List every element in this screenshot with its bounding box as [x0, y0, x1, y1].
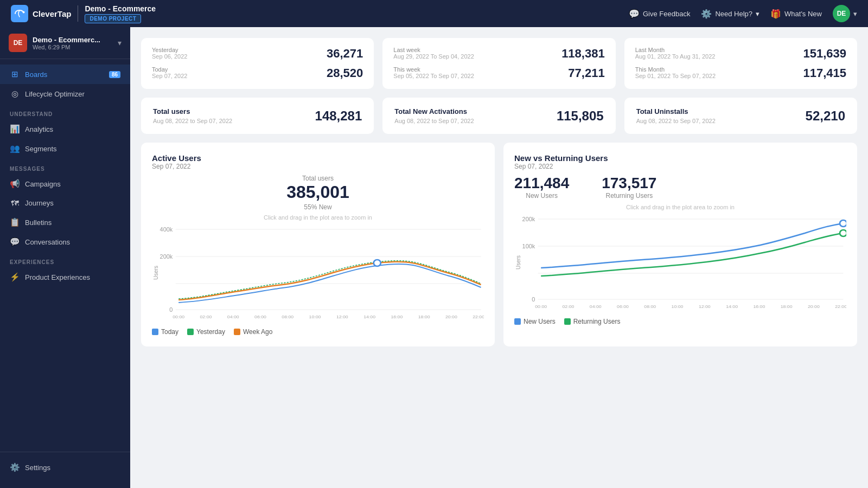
logo-text: CleverTap	[33, 9, 71, 18]
yesterday-legend-label: Yesterday	[196, 328, 225, 336]
svg-text:12:00: 12:00	[699, 304, 711, 309]
legend-today: Today	[152, 328, 178, 336]
month-period1-date: Aug 01, 2022 To Aug 31, 2022	[635, 53, 716, 60]
svg-text:22:00: 22:00	[835, 304, 846, 309]
legend-yesterday: Yesterday	[187, 328, 225, 336]
sidebar-item-boards[interactable]: ⊞ Boards 86	[0, 65, 130, 84]
svg-text:20:00: 20:00	[808, 304, 820, 309]
svg-text:10:00: 10:00	[309, 314, 321, 319]
active-users-header: Active Users Sep 07, 2022	[152, 153, 201, 175]
boards-icon: ⊞	[10, 69, 20, 79]
workspace-info: Demo - Ecommerc... Wed, 6:29 PM	[33, 36, 112, 50]
workspace-header[interactable]: DE Demo - Ecommerc... Wed, 6:29 PM ▾	[0, 27, 130, 59]
project-title: Demo - Ecommerce	[85, 4, 156, 13]
svg-text:00:00: 00:00	[535, 304, 547, 309]
new-users-legend-dot	[514, 318, 521, 325]
product-experiences-label: Product Experiences	[25, 273, 90, 281]
period1-value: 36,271	[327, 47, 363, 61]
user-chevron-icon: ▾	[853, 10, 857, 18]
summary-title-activations: Total New Activations	[394, 107, 474, 115]
sidebar-item-conversations[interactable]: 💬 Conversations	[0, 232, 130, 252]
workspace-avatar: DE	[9, 34, 27, 52]
stat-card-weekly: Last week Aug 29, 2022 To Sep 04, 2022 1…	[382, 38, 615, 89]
sidebar-footer: ⚙️ Settings	[0, 452, 130, 483]
give-feedback-button[interactable]: 💬 Give Feedback	[629, 9, 690, 19]
stat-card-monthly: Last Month Aug 01, 2022 To Aug 31, 2022 …	[624, 38, 857, 89]
new-users-label: New Users	[514, 192, 569, 200]
svg-text:100k: 100k	[522, 243, 535, 249]
svg-text:04:00: 04:00	[227, 314, 239, 319]
nvr-date: Sep 07, 2022	[514, 163, 608, 170]
svg-text:Users: Users	[153, 266, 159, 280]
bulletins-icon: 📋	[10, 217, 20, 227]
week-period1-value: 118,381	[561, 47, 605, 61]
stat-card-daily-top: Yesterday Sep 06, 2022 36,271	[152, 47, 363, 61]
logo-area[interactable]: CleverTap	[11, 5, 71, 22]
summary-left-total-users: Total users Aug 08, 2022 to Sep 07, 2022	[153, 107, 232, 124]
month-period2-date: Sep 01, 2022 To Sep 07, 2022	[635, 73, 716, 79]
yesterday-legend-dot	[187, 329, 194, 335]
svg-text:0: 0	[169, 307, 173, 313]
svg-point-30	[840, 220, 846, 227]
messages-section-label: MESSAGES	[0, 158, 130, 174]
lifecycle-label: Lifecycle Optimizer	[25, 90, 85, 98]
gift-icon: 🎁	[770, 9, 781, 19]
user-menu[interactable]: DE ▾	[833, 5, 857, 22]
nvr-chart-area[interactable]: 200k 100k 0 Users 00:00 02:00	[514, 214, 846, 311]
svg-text:06:00: 06:00	[254, 314, 266, 319]
sidebar-item-product-experiences[interactable]: ⚡ Product Experiences	[0, 267, 130, 287]
active-users-meta: Total users 385,001 55% New	[152, 175, 484, 211]
workspace-chevron-icon: ▾	[118, 38, 122, 47]
returning-users-value: 173,517	[602, 175, 656, 192]
sidebar-item-lifecycle[interactable]: ◎ Lifecycle Optimizer	[0, 84, 130, 104]
sidebar-item-analytics[interactable]: 📊 Analytics	[0, 119, 130, 139]
month-period2-area: This Month Sep 01, 2022 To Sep 07, 2022	[635, 66, 716, 79]
period1-area: Yesterday Sep 06, 2022	[152, 47, 187, 60]
svg-text:200k: 200k	[160, 254, 173, 260]
week-period2-date: Sep 05, 2022 To Sep 07, 2022	[393, 73, 474, 79]
whats-new-label: What's New	[784, 10, 822, 18]
user-initials: DE	[837, 10, 846, 17]
analytics-label: Analytics	[25, 125, 53, 133]
month-period1-label: Last Month	[635, 47, 716, 53]
project-title-area: Demo - Ecommerce DEMO PROJECT	[85, 4, 156, 23]
total-users-value: 385,001	[152, 182, 484, 202]
summary-left-uninstalls: Total Uninstalls Aug 08, 2022 to Sep 07,…	[636, 107, 716, 124]
chevron-down-icon: ▾	[756, 10, 760, 18]
workspace-name: Demo - Ecommerc...	[33, 36, 112, 44]
active-users-date: Sep 07, 2022	[152, 163, 201, 170]
give-feedback-label: Give Feedback	[643, 10, 690, 18]
stat-card-weekly-bottom: This week Sep 05, 2022 To Sep 07, 2022 7…	[393, 66, 604, 80]
svg-text:Users: Users	[515, 255, 521, 269]
summary-date-total-users: Aug 08, 2022 to Sep 07, 2022	[153, 118, 232, 124]
new-users-legend-label: New Users	[524, 318, 556, 325]
whats-new-button[interactable]: 🎁 What's New	[770, 9, 822, 19]
svg-text:02:00: 02:00	[200, 314, 212, 319]
period2-label: Today	[152, 66, 187, 73]
sidebar-item-journeys[interactable]: 🗺 Journeys	[0, 194, 130, 213]
today-legend-dot	[152, 329, 158, 335]
product-experiences-icon: ⚡	[10, 272, 20, 282]
legend-returning-users: Returning Users	[564, 318, 621, 325]
bulletins-label: Bulletins	[25, 219, 52, 227]
sidebar-item-segments[interactable]: 👥 Segments	[0, 139, 130, 158]
conversations-icon: 💬	[10, 237, 20, 247]
journeys-label: Journeys	[25, 199, 54, 207]
sidebar-item-bulletins[interactable]: 📋 Bulletins	[0, 213, 130, 232]
segments-icon: 👥	[10, 144, 20, 153]
need-help-button[interactable]: ⚙️ Need Help? ▾	[701, 9, 760, 19]
svg-point-9	[374, 260, 381, 266]
stat-card-monthly-bottom: This Month Sep 01, 2022 To Sep 07, 2022 …	[635, 66, 846, 80]
analytics-icon: 📊	[10, 124, 20, 134]
summary-card-activations: Total New Activations Aug 08, 2022 to Se…	[382, 98, 615, 134]
summary-left-activations: Total New Activations Aug 08, 2022 to Se…	[394, 107, 474, 124]
svg-text:06:00: 06:00	[617, 304, 629, 309]
new-vs-returning-chart-card: New vs Returning Users Sep 07, 2022 ⋮ 21…	[503, 143, 857, 346]
sidebar-item-campaigns[interactable]: 📢 Campaigns	[0, 174, 130, 194]
workspace-time: Wed, 6:29 PM	[33, 44, 112, 50]
week-period1-area: Last week Aug 29, 2022 To Sep 04, 2022	[393, 47, 474, 60]
svg-text:10:00: 10:00	[672, 304, 684, 309]
sidebar-item-settings[interactable]: ⚙️ Settings	[0, 458, 130, 477]
month-period1-area: Last Month Aug 01, 2022 To Aug 31, 2022	[635, 47, 716, 60]
active-users-chart-area[interactable]: 400k 200k 0 Users 00:00	[152, 224, 484, 322]
